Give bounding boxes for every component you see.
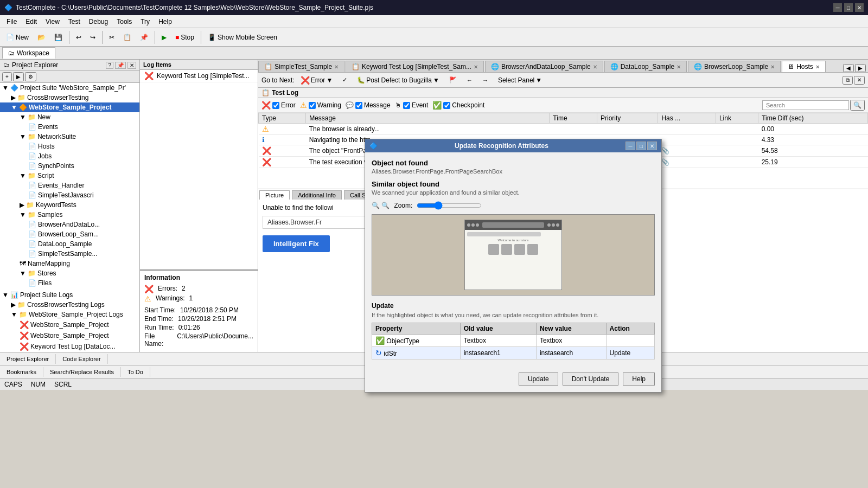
filter-error[interactable]: ❌ Error	[261, 101, 296, 110]
new-button[interactable]: 📄 New	[2, 31, 33, 43]
search-button[interactable]: 🔍	[850, 100, 865, 111]
tab-hosts[interactable]: 🖥 Hosts ✕	[782, 61, 826, 72]
show-mobile-button[interactable]: 📱 Show Mobile Screen	[204, 31, 281, 43]
add-project-button[interactable]: +	[2, 72, 12, 81]
tab-close-icon[interactable]: ✕	[334, 64, 339, 70]
filter-message[interactable]: 💬 Message	[346, 101, 391, 109]
error-nav-button[interactable]: ❌ Error ▼	[297, 74, 337, 86]
project-explorer-tab[interactable]: Project Explorer	[0, 354, 56, 364]
menu-tools[interactable]: Tools	[112, 17, 136, 27]
undo-button[interactable]: ↩	[72, 31, 85, 43]
close-button[interactable]: ✕	[855, 3, 864, 12]
dont-update-button[interactable]: Don't Update	[563, 373, 619, 386]
cut-button[interactable]: ✂	[105, 31, 118, 43]
tree-item-keywordtests[interactable]: ▶ 📁 KeywordTests	[0, 200, 139, 210]
tree-item-webstore[interactable]: ▼ 🔶 WebStore_Sample_Project	[0, 102, 139, 112]
tab-additional-info[interactable]: Additional Info	[292, 190, 342, 200]
copy-button[interactable]: 📋	[119, 31, 135, 43]
code-explorer-tab[interactable]: Code Explorer	[56, 354, 107, 364]
filter-checkpoint[interactable]: ✅ Checkpoint	[432, 101, 484, 110]
error-checkbox[interactable]	[272, 102, 279, 109]
search-input[interactable]	[762, 100, 849, 110]
tab-left-arrow[interactable]: ◀	[843, 64, 854, 72]
menu-try[interactable]: Try	[136, 17, 154, 27]
tab-close-icon[interactable]: ✕	[815, 64, 820, 70]
filter-event[interactable]: 🖱 Event	[395, 101, 429, 109]
tree-item-advanced[interactable]: ▼ 📁 New	[0, 112, 139, 122]
tab-nav-arrows[interactable]: ◀ ▶	[843, 64, 868, 72]
select-panel-button[interactable]: Select Panel ▼	[494, 75, 546, 86]
update-button[interactable]: Update	[519, 373, 558, 386]
message-checkbox[interactable]	[355, 102, 362, 109]
tab-close-icon[interactable]: ✕	[474, 64, 478, 70]
tree-item-suite[interactable]: ▼ 🔷 Project Suite 'WebStore_Sample_Pr'	[0, 83, 139, 93]
event-checkbox[interactable]	[403, 102, 410, 109]
tree-item-namemapping[interactable]: 🗺 NameMapping	[0, 259, 139, 268]
explorer-close-icon[interactable]: ✕	[127, 62, 136, 69]
nav-forward-button[interactable]: →	[478, 75, 492, 85]
tab-close-icon[interactable]: ✕	[593, 64, 597, 70]
dialog-maximize-button[interactable]: □	[636, 142, 646, 150]
menu-debug[interactable]: Debug	[85, 17, 112, 27]
paste-button[interactable]: 📌	[136, 31, 152, 43]
explorer-settings-button[interactable]: ⚙	[25, 72, 36, 81]
tree-item-dataloop[interactable]: 📄 DataLoop_Sample	[0, 239, 139, 249]
filter-search-box[interactable]: 🔍	[762, 100, 865, 111]
dialog-close-button[interactable]: ✕	[647, 142, 657, 150]
tree-item-log3[interactable]: ❌ Keyword Test Log [DataLoc...	[0, 341, 139, 352]
dialog-minimize-button[interactable]: ─	[626, 142, 635, 150]
refresh-icon[interactable]: ↻	[375, 349, 382, 357]
title-bar-controls[interactable]: ─ □ ✕	[833, 3, 864, 12]
tree-item-synchpoints[interactable]: 📄 SynchPoints	[0, 161, 139, 171]
menu-file[interactable]: File	[2, 17, 21, 27]
run-button[interactable]: ▶	[158, 31, 170, 43]
checkpoint-checkbox[interactable]	[443, 102, 450, 109]
tree-item-suite-logs[interactable]: ▼ 📊 Project Suite Logs	[0, 290, 139, 300]
tree-item-jobs[interactable]: 📄 Jobs	[0, 151, 139, 161]
log-list-item[interactable]: ❌ Keyword Test Log [SimpleTest...	[140, 70, 258, 82]
accept-button[interactable]: ✓	[339, 75, 351, 85]
maximize-button[interactable]: □	[844, 3, 853, 12]
tree-item-samples[interactable]: ▼ 📁 Samples	[0, 210, 139, 220]
explorer-run-button[interactable]: ▶	[13, 72, 24, 81]
workspace-tab[interactable]: 🗂 Workspace	[2, 47, 55, 59]
tree-item-script[interactable]: ▼ 📁 Script	[0, 171, 139, 181]
save-button[interactable]: 💾	[50, 31, 66, 43]
attr-row-1[interactable]: ✅ ObjectType Textbox Textbox	[372, 335, 655, 347]
intelligent-fix-button[interactable]: Intelligent Fix	[263, 235, 330, 252]
dialog-controls[interactable]: ─ □ ✕	[626, 142, 657, 150]
post-defect-button[interactable]: 🐛 Post Defect to Bugzilla ▼	[353, 75, 443, 86]
tab-simpletest[interactable]: 📋 SimpleTest_Sample ✕	[258, 61, 344, 72]
tree-item-webstore-logs[interactable]: ▼ 📁 WebStore_Sample_Project Logs	[0, 310, 139, 319]
flag-icon[interactable]: 🚩	[445, 75, 461, 85]
zoom-slider[interactable]	[417, 201, 482, 210]
menu-edit[interactable]: Edit	[21, 17, 41, 27]
tab-browserdata[interactable]: 🌐 BrowserAndDataLoop_Sample ✕	[485, 61, 603, 72]
tree-item-log2[interactable]: ❌ WebStore_Sample_Project	[0, 330, 139, 341]
stop-button[interactable]: ■ Stop	[171, 31, 198, 43]
panel-restore-button[interactable]: ⧉	[843, 76, 853, 85]
help-icon[interactable]: ?	[106, 62, 113, 69]
table-row[interactable]: ⚠ The browser is already... 0.00	[259, 124, 868, 135]
tree-item-browserloop[interactable]: 📄 BrowserLoop_Sam...	[0, 229, 139, 239]
tab-picture[interactable]: Picture	[259, 190, 290, 200]
bookmarks-tab[interactable]: Bookmarks	[0, 367, 43, 377]
minimize-button[interactable]: ─	[833, 3, 842, 12]
tab-close-icon[interactable]: ✕	[676, 64, 681, 70]
tree-item-stores[interactable]: ▼ 📁 Stores	[0, 268, 139, 278]
tab-keyword-log[interactable]: 📋 Keyword Test Log [SimpleTest_Sam... ✕	[346, 61, 484, 72]
redo-button[interactable]: ↪	[86, 31, 99, 43]
explorer-pin-icon[interactable]: 📌	[115, 62, 126, 69]
filter-warning[interactable]: ⚠ Warning	[300, 101, 341, 110]
menu-test[interactable]: Test	[64, 17, 85, 27]
tree-item-browseranddataloop[interactable]: 📄 BrowserAndDataLo...	[0, 220, 139, 229]
warning-checkbox[interactable]	[309, 102, 316, 109]
tab-browserloop[interactable]: 🌐 BrowserLoop_Sample ✕	[688, 61, 781, 72]
tab-dataloop[interactable]: 🌐 DataLoop_Sample ✕	[604, 61, 687, 72]
tree-item-log1[interactable]: ❌ WebStore_Sample_Project	[0, 319, 139, 330]
tree-item-simpletestjs[interactable]: 📄 SimpleTestJavascri	[0, 190, 139, 200]
help-button[interactable]: Help	[623, 373, 655, 386]
tree-item-hosts[interactable]: 📄 Hosts	[0, 142, 139, 151]
tree-item-files[interactable]: 📄 Files	[0, 278, 139, 288]
tree-item-crossbrowser-logs[interactable]: ▶ 📁 CrossBrowserTesting Logs	[0, 300, 139, 310]
